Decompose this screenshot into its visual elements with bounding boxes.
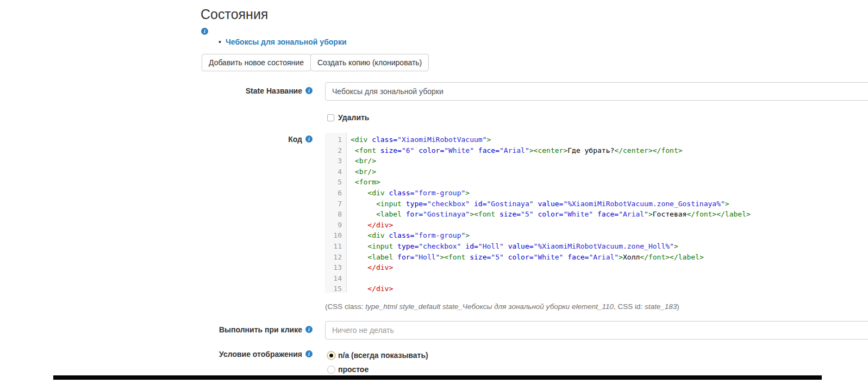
delete-checkbox[interactable] [327,114,334,121]
onclick-select[interactable] [325,321,868,339]
code-line: 6 <div class="form-group"> [325,188,868,199]
radio-always-show[interactable] [327,351,335,360]
code-editor[interactable]: 1<div class="XiaomiMiRobotVacuum">2 <fon… [325,133,868,293]
code-line: 9 </div> [325,220,868,231]
code-line: 8 <label for="Gostinaya"><font size="5" … [325,209,868,220]
page: Состояния i • Чебоксы для зональной убор… [0,0,868,383]
state-name-label: State Название [139,87,302,95]
bottom-bar [53,375,822,380]
info-icon[interactable]: i [305,87,313,94]
info-icon[interactable]: i [201,28,208,35]
radio-simple-label: простое [338,365,369,374]
code-editor-lines: 1<div class="XiaomiMiRobotVacuum">2 <fon… [325,133,868,293]
code-line: 4 <br/> [325,166,868,177]
onclick-label: Выполнить при клике [139,325,302,334]
state-link[interactable]: Чебоксы для зональной уборки [226,38,347,46]
code-line: 1<div class="XiaomiMiRobotVacuum"> [325,134,868,145]
code-line: 11 <input type="checkbox" id="Holl" valu… [325,241,868,252]
info-icon[interactable]: i [305,135,313,143]
clone-state-button[interactable]: Создать копию (клонировать) [310,54,429,71]
code-line: 10 <div class="form-group"> [325,230,868,241]
info-icon[interactable]: i [305,350,313,357]
radio-simple[interactable] [327,366,335,374]
add-state-button[interactable]: Добавить новое состояние [202,54,311,71]
visibility-label: Условие отображения [139,350,302,359]
code-line: 7 <input type="checkbox" id="Gostinaya" … [325,199,868,209]
state-name-input[interactable] [325,82,868,101]
code-line: 2 <font size="6" color="White" face="Ari… [325,145,868,156]
list-bullet: • [218,38,221,46]
code-line: 3 <br/> [325,156,868,166]
code-line: 12 <label for="Holl"><font size="5" colo… [325,252,868,263]
page-title: Состояния [201,7,268,22]
delete-label: Удалить [338,113,369,122]
code-line: 15 </div> [325,283,868,293]
css-info: (CSS class: type_html style_default stat… [325,302,679,311]
info-icon[interactable]: i [305,326,313,333]
radio-always-show-label: n/a (всегда показывать) [338,351,428,360]
code-line: 14 [325,273,868,284]
code-line: 5 <form> [325,177,868,188]
code-line: 13 </div> [325,262,868,273]
code-label: Код [139,135,302,144]
